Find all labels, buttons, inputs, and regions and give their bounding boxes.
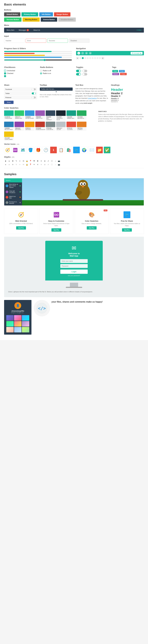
menu-item-messages[interactable]: Messages 1 (17, 28, 31, 32)
icon-clock[interactable]: 🕐 (42, 146, 49, 154)
glyph-pencil[interactable]: ✎ (15, 160, 18, 162)
glyph-x[interactable]: ✖ (36, 160, 39, 162)
icon-mail[interactable]: ✉️ (88, 146, 95, 154)
checkbox-checked-box[interactable] (4, 72, 6, 74)
nav-dot-4[interactable] (87, 57, 89, 59)
card-btn-web[interactable]: Get Pro (16, 226, 26, 230)
gallery-thumb-7[interactable] (6, 327, 14, 332)
nav-arrow-right[interactable]: ▶ (102, 57, 104, 60)
tag-clean[interactable]: Clean (112, 70, 118, 72)
glyph-menu[interactable]: ≡ (18, 160, 21, 162)
glyph-check[interactable]: ✔ (47, 160, 50, 162)
glyph-heart-2[interactable]: ❤ (32, 163, 35, 166)
warning-button[interactable]: Warning Button (22, 18, 40, 22)
glyph-pencil-2[interactable]: ✎ (15, 163, 18, 166)
share-pinterest-toggle[interactable] (32, 96, 36, 98)
nav-icon-3[interactable]: ★ (85, 52, 88, 54)
success-input[interactable] (47, 38, 68, 43)
tag-unique[interactable]: Unique (120, 73, 127, 75)
tag-fresh[interactable]: Fresh (119, 70, 125, 72)
glyph-checkbox[interactable]: ☐ (50, 160, 53, 162)
nav-all-messages-btn[interactable]: All messages ▶ (131, 52, 143, 54)
share-facebook-toggle[interactable] (32, 88, 36, 90)
glyph-cross[interactable]: ✕ (40, 160, 43, 162)
icon-calendar[interactable]: 1 (50, 146, 57, 154)
glyph-camera[interactable]: 📷 (57, 160, 60, 162)
icon-globe[interactable]: 🌍 (81, 146, 88, 154)
glyph-music[interactable]: ♪ (54, 160, 57, 162)
share-twitter-toggle[interactable] (32, 92, 36, 94)
glyph-circle-plus[interactable]: ⊕ (43, 160, 46, 162)
nav-dot-8[interactable] (97, 57, 99, 59)
glyph-circle-2[interactable]: ● (8, 163, 11, 166)
glyph-mail-2[interactable]: ✉ (22, 163, 25, 166)
textbox-link[interactable]: cloud backup (88, 98, 97, 99)
nav-dot-3[interactable] (84, 57, 86, 59)
chat-user-1[interactable]: Meet Adrian at 6pm Times Square (4, 182, 22, 189)
glyph-menu-2[interactable]: ≡ (18, 163, 21, 166)
glyph-x-2[interactable]: ✖ (36, 163, 39, 166)
primary-button[interactable]: Primary Button (21, 12, 38, 16)
danger-button[interactable]: Danger Button (54, 12, 70, 16)
glyph-camera-2[interactable]: 📷 (57, 163, 60, 166)
radio-off-btn[interactable] (40, 70, 42, 72)
menu-item-menu[interactable]: Menu Item (4, 28, 17, 32)
glyph-circle-plus-2[interactable]: ⊕ (43, 163, 46, 166)
checkbox-indeterminate-box[interactable] (4, 75, 6, 77)
icon-twitter-bird[interactable]: 🐦 (73, 146, 80, 154)
gallery-thumb-3[interactable] (22, 315, 29, 321)
nav-icon-2[interactable]: ♪ (81, 52, 84, 54)
glyph-pin-2[interactable]: 📍 (29, 163, 32, 166)
radio-on-btn[interactable] (40, 72, 42, 74)
nav-icon-4[interactable]: ● (89, 52, 92, 54)
info-button[interactable]: Info Button (39, 12, 53, 16)
glyph-lock-2[interactable]: 🔒 (25, 163, 28, 166)
chat-user-4[interactable]: Fix bug on a Website (4, 200, 22, 205)
glyph-lock[interactable]: 🔒 (25, 160, 28, 162)
nav-icon-1[interactable]: ✉ (77, 52, 80, 54)
icon-bucket[interactable]: 🪣 (27, 146, 34, 154)
inverse-button[interactable]: Inverse Button (41, 18, 57, 22)
toggle-3[interactable] (76, 73, 81, 76)
gallery-thumb-9[interactable] (22, 327, 29, 332)
glyph-music-2[interactable]: ♪ (54, 163, 57, 166)
glyph-checkbox-2[interactable]: ☐ (50, 163, 53, 166)
gallery-thumb-1[interactable] (6, 315, 14, 321)
glyph-mail[interactable]: ✉ (22, 160, 25, 162)
error-input[interactable] (26, 38, 46, 43)
mail-forgot-link[interactable]: lost your password? (68, 275, 80, 276)
nav-dot-5[interactable] (89, 57, 91, 59)
menu-item-about[interactable]: About Us (31, 28, 42, 32)
nav-dot-7[interactable] (94, 57, 96, 59)
nav-dot-2[interactable] (82, 57, 84, 59)
mail-login-button[interactable]: Login (60, 270, 88, 274)
card-btn-swatches[interactable]: Get Pro (87, 226, 97, 230)
card-btn-free[interactable]: Get Pro (122, 228, 132, 232)
icon-check[interactable]: ✅ (104, 146, 111, 154)
glyph-plus-2[interactable]: ✚ (11, 163, 14, 166)
slider-input[interactable] (4, 59, 72, 61)
toggle-1[interactable] (76, 70, 81, 72)
success-button[interactable]: Success Button (4, 18, 21, 22)
glyph-square[interactable]: ■ (4, 160, 7, 162)
glyph-square-2[interactable]: ■ (4, 163, 7, 166)
icon-infinity[interactable]: ♾️ (12, 146, 19, 154)
default-button[interactable]: Default Button (4, 12, 20, 16)
glyph-heart[interactable]: ❤ (32, 160, 35, 162)
nav-arrow-left[interactable]: ◀ (76, 57, 79, 60)
glyph-cross-2[interactable]: ✕ (40, 163, 43, 166)
glyph-circle[interactable]: ● (8, 160, 11, 162)
icon-gift[interactable]: 🎁 (35, 146, 42, 154)
gallery-thumb-6[interactable] (22, 321, 29, 326)
chat-search-input[interactable] (5, 180, 24, 181)
glyph-check-2[interactable]: ✔ (47, 163, 50, 166)
gallery-thumb-5[interactable] (14, 321, 21, 326)
toggle-2[interactable] (82, 70, 87, 72)
checkbox-unchecked-box[interactable] (4, 70, 6, 72)
chat-user-3[interactable]: Watch Iron Man (4, 194, 22, 200)
icon-folder[interactable]: 📁 (96, 146, 103, 154)
gallery-thumb-8[interactable] (14, 327, 21, 332)
inactive-input[interactable] (4, 38, 25, 43)
gallery-thumb-2[interactable] (14, 315, 21, 321)
nav-dot-6[interactable] (92, 57, 94, 59)
